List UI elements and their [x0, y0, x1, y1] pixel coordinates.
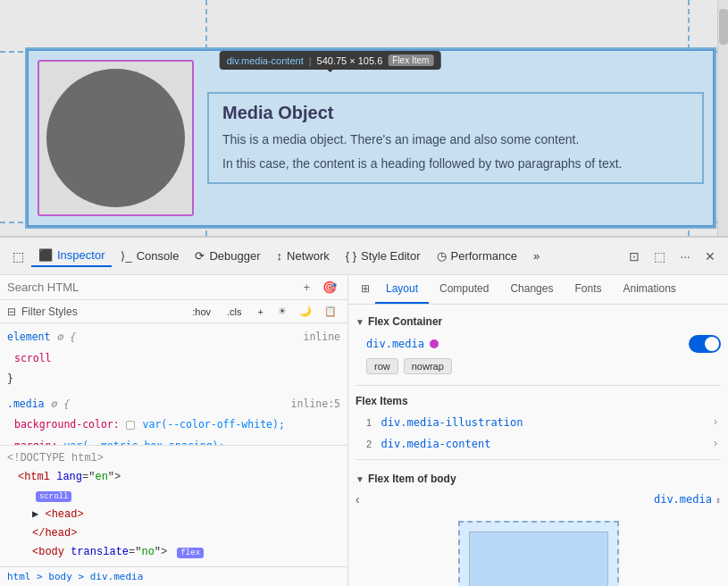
flex-nav-row: ‹ div.media ⇕: [356, 489, 721, 510]
tree-head-close[interactable]: </head>: [0, 524, 347, 543]
media-selector: .media: [7, 398, 45, 410]
flex-items-header: Flex Items: [356, 391, 721, 411]
style-editor-icon: { }: [346, 249, 356, 263]
cursor-button[interactable]: ⬚: [7, 246, 29, 267]
debugger-icon: ⟳: [195, 249, 205, 263]
screenshot-icon: ⬚: [654, 249, 665, 264]
tab-fonts[interactable]: Fonts: [564, 275, 612, 304]
section-arrow-down-2: ▼: [356, 474, 364, 484]
chevron-right-icon-2: ›: [714, 437, 717, 449]
breadcrumb: html > body > div.media: [0, 566, 347, 586]
light-theme-button[interactable]: ☀: [274, 304, 290, 319]
media-rule-block: .media ⚙ { inline:5: [0, 394, 347, 415]
console-button[interactable]: ⟩_ Console: [113, 246, 186, 266]
flex-item-of-body: ▼ Flex Item of body ‹ div.media ⇕: [356, 465, 721, 514]
scrollbar[interactable]: [717, 0, 728, 236]
tab-computed[interactable]: Computed: [429, 275, 499, 304]
inspector-label: Inspector: [57, 248, 105, 262]
close-button[interactable]: ✕: [699, 246, 721, 267]
html-tree: <!DOCTYPE html> <html lang="en"> scroll …: [0, 445, 347, 567]
style-filter-bar: ⊟ Filter Styles :hov .cls + ☀ 🌙: [0, 300, 347, 323]
flex-container-header[interactable]: ▼ Flex Container: [356, 312, 721, 331]
network-icon: ↕: [277, 249, 283, 263]
pick-element-button[interactable]: 🎯: [319, 279, 340, 296]
style-editor-label: Style Editor: [361, 249, 420, 263]
screenshot-button[interactable]: ⬚: [649, 246, 671, 267]
flex-item-2[interactable]: 2 div.media-content ›: [356, 432, 721, 454]
add-node-button[interactable]: +: [299, 279, 314, 296]
network-button[interactable]: ↕ Network: [270, 246, 337, 266]
tree-scroll-badge: scroll: [0, 487, 347, 506]
flex-item-body-header[interactable]: ▼ Flex Item of body: [356, 469, 721, 489]
flex-toggle[interactable]: [689, 335, 721, 353]
expand-icon: ⊞: [361, 282, 370, 295]
media-content: Media Object This is a media object. The…: [207, 92, 704, 184]
bg-color-prop: background-color: var(--color-off-white)…: [0, 414, 347, 436]
ellipsis-icon: ···: [680, 249, 690, 264]
box-model-container: [356, 514, 721, 586]
chevron-right-icon: »: [533, 249, 540, 263]
right-panel: ⊞ Layout Computed Changes Fonts Animatio…: [348, 275, 728, 586]
flex-container-row: div.media: [356, 331, 721, 356]
flex-container-label: Flex Container: [368, 315, 442, 328]
overflow-button[interactable]: ···: [674, 246, 696, 267]
html-inspector-panel: + 🎯 ⊟ Filter Styles :hov .cls +: [0, 275, 348, 586]
section-divider: [356, 385, 721, 386]
dark-theme-button[interactable]: 🌙: [296, 304, 315, 319]
network-label: Network: [287, 249, 330, 263]
tooltip-size: 540.75 × 105.6: [317, 55, 383, 66]
flex-row-badge[interactable]: row: [366, 358, 398, 374]
search-input[interactable]: [7, 280, 294, 294]
style-content: element ⚙ { inline scroll } .media ⚙ { i…: [0, 323, 347, 445]
debugger-button[interactable]: ⟳ Debugger: [188, 246, 267, 266]
tooltip-flex-badge: Flex Item: [388, 54, 433, 66]
media-illustration: [38, 60, 194, 216]
tree-body[interactable]: <body translate="no"> flex: [0, 543, 347, 562]
flex-item-1[interactable]: 1 div.media-illustration ›: [356, 411, 721, 432]
tree-head[interactable]: ▶ <head>: [0, 506, 347, 524]
section-divider-2: [356, 459, 721, 460]
inspector-icon: ⬛: [38, 248, 53, 262]
hov-button[interactable]: :hov: [187, 305, 216, 319]
media-circle: [46, 69, 185, 207]
performance-icon: ◷: [437, 249, 447, 263]
tab-changes[interactable]: Changes: [499, 275, 564, 304]
hov-label: :hov: [192, 306, 211, 317]
eyedropper-icon: 🎯: [322, 280, 337, 294]
tooltip-separator: |: [309, 55, 312, 66]
tree-doctype[interactable]: <!DOCTYPE html>: [0, 449, 347, 468]
element-close: }: [0, 369, 347, 390]
console-label: Console: [137, 249, 180, 263]
tree-html[interactable]: <html lang="en">: [0, 468, 347, 487]
flex-nowrap-badge[interactable]: nowrap: [404, 358, 452, 374]
inspector-button[interactable]: ⬛ Inspector: [31, 245, 112, 267]
add-rule-button[interactable]: +: [253, 305, 269, 319]
performance-button[interactable]: ◷ Performance: [430, 246, 524, 266]
performance-label: Performance: [451, 249, 517, 263]
tab-layout[interactable]: Layout: [375, 275, 429, 304]
flex-container-element: div.media: [366, 338, 439, 350]
tab-layout-expand[interactable]: ⊞: [356, 275, 375, 304]
devtools-toolbar: ⬚ ⬛ Inspector ⟩_ Console ⟳ Debugger ↕ Ne…: [0, 238, 728, 275]
dropdown-arrow[interactable]: ⇕: [715, 495, 721, 505]
cls-button[interactable]: .cls: [222, 305, 247, 319]
layout-panel: ▼ Flex Container div.media row nowrap: [348, 305, 728, 586]
box-model-preview: [458, 521, 619, 586]
section-arrow-down: ▼: [356, 317, 364, 327]
element-selector: element: [7, 331, 50, 343]
copy-icon: 📋: [324, 306, 337, 316]
tab-animations[interactable]: Animations: [612, 275, 686, 304]
devtools-panel: ⬚ ⬛ Inspector ⟩_ Console ⟳ Debugger ↕ Ne…: [0, 237, 728, 586]
nav-back-arrow[interactable]: ‹: [356, 492, 360, 506]
close-icon: ✕: [705, 249, 715, 264]
element-rule-block: element ⚙ { inline: [0, 327, 347, 348]
toolbar-right: ⊡ ⬚ ··· ✕: [623, 246, 721, 267]
debugger-label: Debugger: [209, 249, 260, 263]
responsive-design-button[interactable]: ⊡: [623, 246, 645, 267]
style-editor-button[interactable]: { } Style Editor: [339, 246, 428, 266]
copy-styles-button[interactable]: 📋: [321, 304, 340, 319]
color-swatch-icon[interactable]: [126, 421, 135, 430]
flex-badges: row nowrap: [356, 356, 721, 380]
preview-area: div.media-content | 540.75 × 105.6 Flex …: [0, 0, 728, 237]
more-tools-button[interactable]: »: [526, 246, 547, 266]
